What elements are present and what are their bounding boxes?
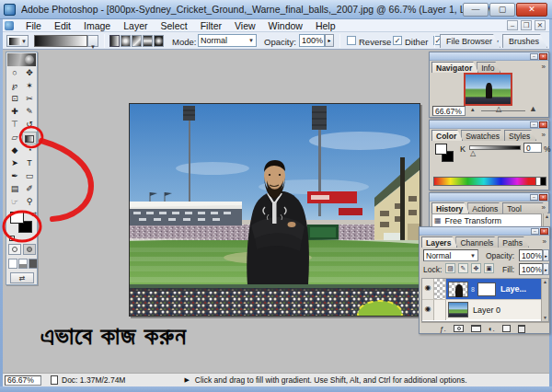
standard-screen-button[interactable] (8, 259, 17, 269)
document-canvas[interactable] (129, 103, 420, 317)
delete-layer-button[interactable] (518, 325, 525, 333)
foreground-color-swatch[interactable] (10, 212, 24, 224)
mode-select[interactable]: Normal ▼ (198, 34, 257, 47)
palette-menu-icon[interactable]: » (543, 237, 546, 246)
tab-info[interactable]: Info (477, 62, 500, 73)
gradient-preview[interactable] (34, 35, 87, 47)
new-layer-button[interactable] (502, 325, 511, 332)
zoom-level-input[interactable]: 66.67% (5, 375, 41, 386)
magic-wand-tool[interactable]: ✶ (22, 80, 37, 93)
blur-tool[interactable]: ◆ (7, 144, 22, 157)
tab-layers[interactable]: Layers (421, 236, 457, 248)
opacity-input[interactable]: 100% (299, 34, 325, 47)
gradient-tool[interactable] (22, 132, 37, 144)
tab-navigator[interactable]: Navigator (431, 62, 478, 73)
layers-scrollbar[interactable]: ▲ ▼ (541, 279, 548, 321)
zoom-tool[interactable]: ⚲ (22, 196, 37, 209)
default-colors-icon[interactable] (9, 236, 15, 241)
tab-color[interactable]: Color (431, 130, 463, 141)
adjustment-layer-button[interactable]: ◐. (489, 324, 495, 334)
palette-header[interactable]: – × (430, 52, 548, 61)
slice-tool[interactable]: ✂ (22, 93, 37, 106)
lock-transparency-icon[interactable]: ▨ (445, 263, 455, 273)
lasso-tool[interactable]: ℘ (7, 80, 22, 93)
opacity-slider-arrow[interactable]: ▸ (325, 34, 334, 47)
tab-channels[interactable]: Channels (455, 236, 500, 248)
close-button[interactable]: ✕ (516, 3, 547, 17)
lock-all-icon[interactable]: ▣ (484, 263, 494, 273)
menu-layer[interactable]: Layer (117, 19, 154, 32)
type-tool[interactable]: T (22, 157, 37, 170)
palette-close-button[interactable]: × (539, 121, 547, 128)
menu-image[interactable]: Image (77, 19, 117, 32)
pen-tool[interactable]: ✒ (7, 170, 22, 183)
menu-filter[interactable]: Filter (194, 19, 228, 32)
tool-preset-picker[interactable]: ▼ (6, 35, 29, 47)
visibility-eye-icon[interactable]: ◉ (422, 279, 434, 299)
lock-paint-icon[interactable]: ✎ (458, 263, 468, 273)
palette-menu-icon[interactable]: » (542, 131, 546, 139)
doc-close-button[interactable]: ✕ (535, 20, 546, 30)
k-slider-track[interactable] (469, 145, 521, 150)
layer0-thumbnail[interactable] (448, 302, 468, 317)
diamond-gradient-button[interactable] (154, 35, 164, 47)
zoom-out-icon[interactable]: ▴ (471, 106, 475, 113)
blend-mode-select[interactable]: Normal ▼ (423, 249, 478, 261)
history-brush-tool[interactable]: ↺ (22, 119, 37, 132)
navigator-slider-thumb[interactable]: △ (496, 105, 501, 113)
opacity-slider-arrow[interactable]: ▸ (543, 249, 549, 261)
tab-swatches[interactable]: Swatches (461, 130, 506, 141)
layer-mask-thumbnail[interactable] (477, 282, 496, 296)
foreground-color-chip[interactable] (435, 144, 447, 155)
scroll-up-icon[interactable]: ▲ (542, 279, 548, 284)
scroll-down-icon[interactable]: ▼ (543, 315, 547, 320)
visibility-eye-icon[interactable]: ◉ (422, 300, 434, 320)
swap-colors-icon[interactable]: ⇄ (31, 211, 37, 217)
elliptical-marquee-tool[interactable]: ○ (7, 67, 22, 80)
menu-edit[interactable]: Edit (48, 19, 77, 32)
eyedropper-tool[interactable]: ✐ (22, 183, 37, 196)
layer-style-button[interactable]: ƒ. (440, 324, 446, 334)
add-layer-mask-button[interactable] (454, 325, 464, 332)
dither-checkbox[interactable]: ✓ (393, 36, 402, 45)
layers-opacity-input[interactable]: 100% (519, 249, 543, 261)
palette-menu-icon[interactable]: » (542, 63, 546, 71)
lock-position-icon[interactable]: ✥ (471, 263, 481, 273)
menu-window[interactable]: Window (262, 19, 309, 32)
palette-minimize-button[interactable]: – (530, 121, 538, 128)
dodge-tool[interactable]: ◔ (22, 144, 37, 157)
standard-mode-button[interactable] (8, 244, 21, 255)
spectrum-black-chip[interactable] (541, 177, 546, 186)
linear-gradient-button[interactable] (109, 35, 120, 47)
path-selection-tool[interactable]: ➤ (7, 157, 22, 170)
tab-styles[interactable]: Styles (504, 130, 536, 141)
eraser-tool[interactable]: ▱ (7, 132, 22, 144)
layer1-thumbnail[interactable] (448, 282, 468, 297)
jump-to-imageready-button[interactable]: ⇄ (10, 272, 34, 283)
tab-history[interactable]: History (431, 202, 469, 213)
navigator-slider-track[interactable] (481, 110, 525, 111)
palette-minimize-button[interactable]: – (530, 194, 538, 201)
palette-menu-icon[interactable]: » (542, 203, 546, 212)
palette-close-button[interactable]: × (539, 53, 547, 60)
palette-header[interactable]: – × (430, 121, 548, 129)
zoom-in-icon[interactable]: ▲ (529, 104, 537, 113)
maximize-button[interactable]: ▢ (489, 3, 515, 17)
reverse-checkbox[interactable] (347, 36, 356, 45)
file-browser-tab[interactable]: File Browser (440, 34, 500, 48)
palette-close-button[interactable]: × (539, 194, 547, 201)
brushes-tab[interactable]: Brushes (502, 34, 547, 48)
hand-tool[interactable]: ☞ (7, 196, 22, 209)
navigator-thumbnail[interactable] (464, 73, 512, 106)
layer-row-layer1[interactable]: ◉ 8 Laye... (422, 279, 541, 299)
history-item[interactable]: Free Transform (445, 216, 502, 225)
healing-brush-tool[interactable]: ✚ (7, 106, 22, 119)
menu-file[interactable]: File (19, 19, 48, 32)
doc-size-text[interactable]: Doc: 1.37M/2.74M (62, 375, 125, 385)
crop-tool[interactable]: ⊡ (7, 93, 22, 106)
reflected-gradient-button[interactable] (143, 35, 153, 47)
color-spectrum-ramp[interactable] (433, 177, 536, 186)
doc-minimize-button[interactable]: – (507, 20, 518, 30)
fullscreen-menubar-button[interactable] (18, 259, 28, 269)
menu-select[interactable]: Select (154, 19, 193, 32)
